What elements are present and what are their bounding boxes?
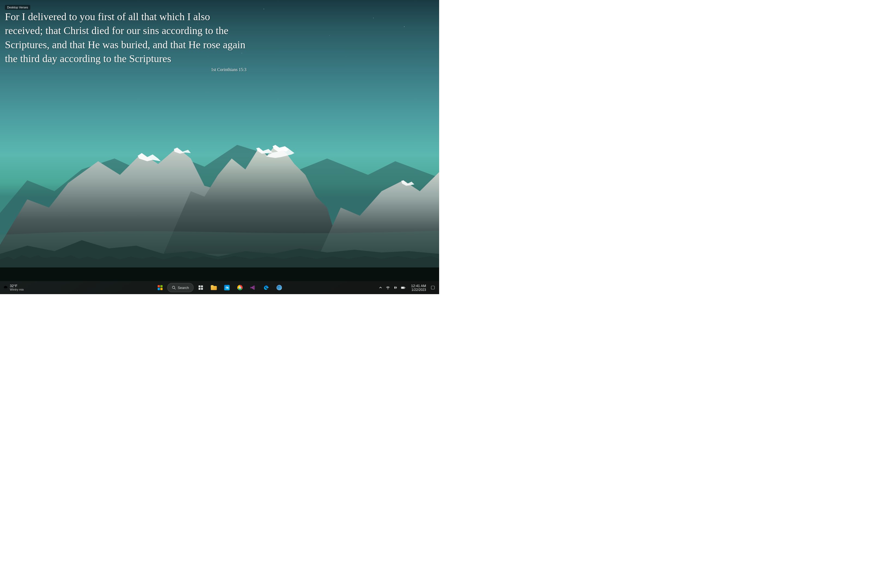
taskbar-weather-widget[interactable]: 🌨 32°F Wintry mix	[0, 281, 27, 294]
logo-q2	[160, 285, 162, 287]
svg-rect-3	[201, 285, 203, 287]
taskbar: 🌨 32°F Wintry mix	[0, 281, 439, 294]
clock-button[interactable]: 12:41 AM 1/22/2023	[409, 283, 428, 293]
task-view-icon	[198, 285, 203, 290]
search-button[interactable]: Search	[167, 283, 194, 292]
notification-icon	[431, 286, 435, 290]
svg-rect-5	[201, 288, 203, 290]
taskbar-center: Search 🛍	[154, 281, 285, 294]
search-label: Search	[178, 286, 189, 290]
start-button[interactable]	[154, 282, 166, 294]
svg-line-1	[174, 288, 176, 290]
weather-temperature: 32°F	[10, 284, 24, 288]
battery-tray-icon[interactable]	[400, 285, 406, 291]
volume-icon	[393, 285, 398, 290]
search-icon	[172, 286, 176, 290]
chevron-up-icon	[379, 286, 382, 289]
taskbar-right: 12:41 AM 1/22/2023	[376, 281, 439, 294]
network-icon	[386, 285, 390, 290]
tray-overflow-button[interactable]	[378, 285, 383, 290]
logo-q4	[160, 288, 162, 290]
weather-text: 32°F Wintry mix	[10, 284, 24, 292]
chrome-button[interactable]	[234, 282, 246, 294]
visual-studio-button[interactable]	[247, 282, 259, 294]
mountain-landscape	[0, 75, 439, 281]
volume-tray-icon[interactable]	[392, 285, 398, 291]
weather-description: Wintry mix	[10, 288, 24, 291]
notification-center-button[interactable]	[429, 282, 437, 294]
svg-rect-4	[198, 288, 200, 290]
battery-icon	[401, 285, 405, 290]
system-tray	[376, 281, 408, 294]
svg-rect-9	[431, 286, 434, 289]
file-explorer-button[interactable]	[208, 282, 220, 294]
microsoft-store-button[interactable]: 🛍	[221, 282, 233, 294]
logo-q1	[158, 285, 160, 287]
logo-q3	[158, 288, 160, 290]
svg-rect-8	[401, 287, 404, 288]
svg-rect-2	[198, 285, 200, 287]
svg-rect-7	[405, 287, 405, 288]
weather-icon: 🌨	[3, 285, 8, 291]
visual-studio-icon	[250, 285, 256, 290]
clock-time: 12:41 AM	[411, 284, 426, 288]
windows-logo	[158, 285, 162, 290]
task-view-button[interactable]	[195, 282, 207, 294]
desktop: Desktop Verses For I delivered to you fi…	[0, 0, 439, 294]
edge-button[interactable]	[260, 282, 272, 294]
network-tray-icon[interactable]	[385, 285, 391, 291]
app-7-button[interactable]	[273, 282, 285, 294]
edge-icon	[263, 285, 269, 290]
desktop-verses-label: Desktop Verses	[5, 5, 30, 10]
clock-date: 1/22/2023	[412, 288, 426, 292]
